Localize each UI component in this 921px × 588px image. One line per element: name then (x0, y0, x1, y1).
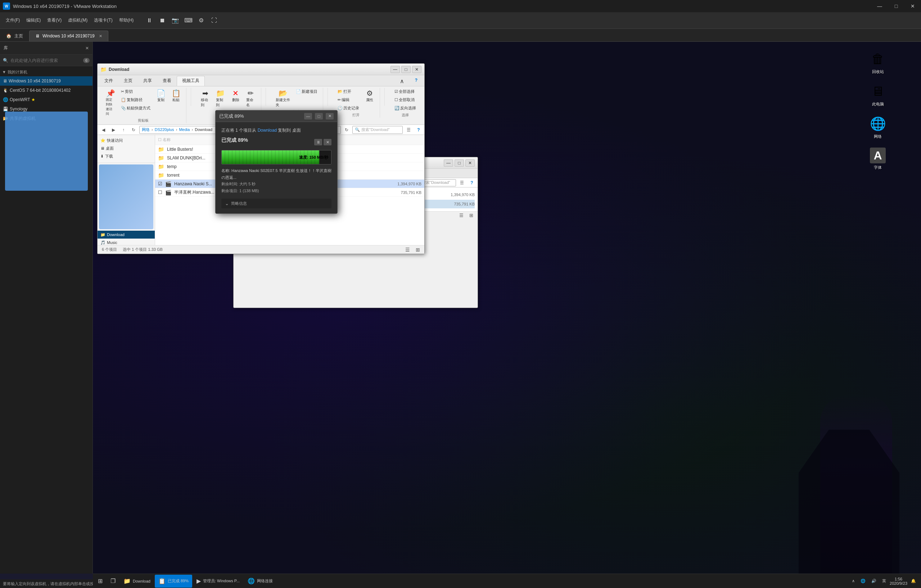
sidebar-downloads[interactable]: ⬇ 下载 (98, 152, 155, 160)
explorer-2-help[interactable]: ? (467, 179, 476, 187)
ribbon-tab-video[interactable]: 视频工具 (177, 76, 205, 86)
view-icon-2-list[interactable]: ☰ (459, 213, 464, 218)
invert-select-button[interactable]: 🔄 反向选择 (392, 104, 418, 112)
select-all-button[interactable]: ☑ 全部选择 (392, 88, 418, 95)
language-indicator[interactable]: 英 (880, 578, 888, 585)
sidebar-item-win10[interactable]: 🖥 Windows 10 x64 20190719 (0, 76, 93, 86)
snapshot-button[interactable]: 📷 (169, 15, 181, 26)
sidebar-desktop[interactable]: 🖥 桌面 (98, 144, 155, 152)
search-input[interactable] (10, 58, 81, 63)
help-button[interactable]: ? (414, 126, 423, 134)
taskbar-network-button[interactable]: 🌐 网络连接 (244, 575, 277, 588)
checkbox[interactable]: ☐ (158, 190, 162, 195)
ribbon-tab-home[interactable]: 主页 (119, 76, 138, 86)
minimize-button[interactable]: — (871, 0, 888, 12)
close-button[interactable]: ✕ (905, 0, 921, 12)
ribbon-tab-view[interactable]: 查看 (157, 76, 177, 86)
explorer-minimize-button[interactable]: — (391, 66, 400, 73)
ribbon-collapse-button[interactable]: ∧ (394, 76, 410, 86)
copy-path-button[interactable]: 📋 复制路径 (119, 96, 153, 104)
ribbon-tab-share[interactable]: 共享 (138, 76, 157, 86)
maximize-button[interactable]: □ (888, 0, 905, 12)
desktop-icon-computer[interactable]: 🖥 此电脑 (863, 81, 892, 108)
pause-resume-button[interactable]: ⏸ (143, 15, 155, 26)
vm-settings[interactable]: ⚙ (195, 15, 207, 26)
properties-button[interactable]: ⚙ 属性 (363, 88, 377, 104)
view-icon-list[interactable]: ☰ (405, 247, 410, 253)
progress-cancel-button[interactable]: ✕ (324, 139, 332, 145)
taskbar-progress-button[interactable]: 📋 已完成 89% (155, 575, 192, 588)
view-icon-2-grid[interactable]: ⊞ (469, 213, 473, 218)
toolbar-checkbox[interactable]: ☐ 名称 (158, 137, 171, 143)
explorer-maximize-button[interactable]: □ (401, 66, 411, 73)
notification-button[interactable]: 🔔 (909, 578, 918, 584)
paste-button[interactable]: 📋 粘贴 (169, 88, 183, 104)
sidebar-item-centos[interactable]: 🐧 CentOS 7 64-bit 201808041402 (0, 86, 93, 95)
send-ctrl-alt-del[interactable]: ⌨ (182, 15, 194, 26)
tab-home[interactable]: 🏠 主页 (0, 31, 29, 41)
breadcrumb-media[interactable]: Media (179, 127, 190, 132)
my-computer-section[interactable]: ▼ 我的计算机 (0, 68, 93, 76)
copy-to-button[interactable]: 📁 复制到 (213, 88, 228, 109)
view-icon-grid[interactable]: ⊞ (416, 247, 420, 253)
taskbar-download-button[interactable]: 📁 Download (120, 575, 154, 588)
network-tray-icon[interactable]: 🌐 (858, 578, 868, 584)
fullscreen-button[interactable]: ⛶ (208, 15, 220, 26)
new-folder-button[interactable]: 📂 新建文件夹 (273, 88, 293, 109)
deselect-all-button[interactable]: ☐ 全部取消 (392, 96, 418, 104)
tab-vm[interactable]: 🖥 Windows 10 x64 20190719 ✕ (29, 31, 108, 41)
library-search-bar[interactable]: 🔍 6 (0, 55, 93, 66)
volume-tray-icon[interactable]: 🔊 (869, 578, 879, 584)
sidebar-download-selected[interactable]: 📁 Download (98, 231, 155, 239)
explorer-2-close[interactable]: ✕ (465, 159, 475, 167)
tab-vm-close[interactable]: ✕ (99, 34, 102, 39)
progress-minimize-button[interactable]: — (304, 113, 312, 119)
library-close-button[interactable]: ✕ (85, 46, 89, 51)
back-button[interactable]: ◀ (99, 126, 107, 134)
open-button[interactable]: 📂 打开 (335, 88, 362, 95)
systray-expand[interactable]: ∧ (850, 578, 857, 584)
menu-tabs[interactable]: 选项卡(T) (91, 16, 115, 25)
explorer-2-maximize[interactable]: □ (454, 159, 464, 167)
pin-button[interactable]: 📌 固定到快速访问 (103, 88, 118, 117)
refresh-button[interactable]: ↻ (129, 126, 138, 134)
menu-help[interactable]: 帮助(H) (116, 16, 137, 25)
copy-button[interactable]: 📄 复制 (154, 88, 168, 104)
power-button[interactable]: ⏹ (156, 15, 168, 26)
ribbon-tab-file[interactable]: 文件 (99, 76, 119, 86)
start-button[interactable]: ⊞ (94, 575, 106, 588)
up-button[interactable]: ↑ (119, 126, 128, 134)
breadcrumb-ds220plus[interactable]: DS220plus (155, 127, 174, 132)
menu-edit[interactable]: 编辑(E) (23, 16, 44, 25)
ribbon-help-button[interactable]: ? (410, 76, 423, 86)
progress-pause-button[interactable]: ⏸ (314, 139, 322, 145)
view-options-button[interactable]: ☰ (404, 126, 413, 134)
desktop-icon-network[interactable]: 🌐 网络 (863, 114, 892, 141)
desktop-icon-font[interactable]: A 字体 (863, 146, 892, 172)
sidebar-quick-access[interactable]: ⭐ 快速访问 (98, 136, 155, 144)
taskbar-clock[interactable]: 1:56 2020/9/23 (890, 577, 907, 585)
task-view-button[interactable]: ❐ (107, 575, 119, 588)
history-button[interactable]: 🕐 历史记录 (335, 104, 362, 112)
sidebar-item-openwrt[interactable]: 🌐 OpenWRT ★ (0, 95, 93, 104)
rename-button[interactable]: ✏ 重命名 (244, 88, 258, 109)
progress-close-button[interactable]: ✕ (326, 113, 334, 119)
menu-vm[interactable]: 虚拟机(M) (65, 16, 90, 25)
forward-button[interactable]: ▶ (109, 126, 118, 134)
breadcrumb-network[interactable]: 网络 (142, 127, 150, 132)
menu-file[interactable]: 文件(F) (3, 16, 23, 25)
progress-restore-button[interactable]: □ (315, 113, 323, 119)
address-refresh-button[interactable]: ↻ (342, 126, 351, 134)
explorer-close-button[interactable]: ✕ (412, 66, 421, 73)
new-item-button[interactable]: 📄 新建项目 (293, 88, 320, 95)
edit-button[interactable]: ✏ 编辑 (335, 96, 362, 104)
explorer-2-minimize[interactable]: — (444, 159, 453, 167)
cut-button[interactable]: ✂ 剪切 (119, 88, 153, 95)
move-to-button[interactable]: ➡ 移动到 (198, 88, 213, 109)
paste-shortcut-button[interactable]: 📎 粘贴快捷方式 (119, 104, 153, 112)
checkbox[interactable]: ☑ (158, 181, 162, 187)
taskbar-admin-button[interactable]: ▶ 管理员: Windows P... (193, 575, 243, 588)
delete-button[interactable]: ✕ 删除 (229, 88, 243, 104)
search-box[interactable]: 🔍 搜索"Download" (352, 126, 403, 134)
progress-summary-toggle[interactable]: ⌄ 简略信息 (221, 199, 332, 208)
